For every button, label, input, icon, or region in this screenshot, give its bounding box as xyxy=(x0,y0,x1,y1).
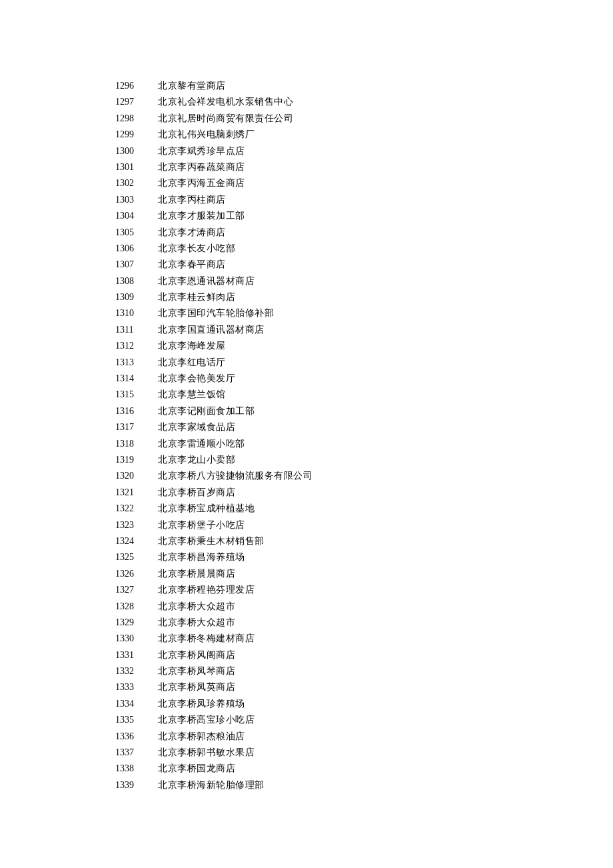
list-row: 1322北京李桥宝成种植基地 xyxy=(0,501,613,517)
row-name: 北京李桥宝成种植基地 xyxy=(158,501,255,517)
row-name: 北京李桥凤英商店 xyxy=(158,679,235,695)
row-number: 1328 xyxy=(115,599,142,615)
list-row: 1324北京李桥秉生木材销售部 xyxy=(0,533,613,549)
row-name: 北京礼伟兴电脑刺绣厂 xyxy=(158,127,255,143)
row-number: 1313 xyxy=(115,355,142,371)
list-row: 1304北京李才服装加工部 xyxy=(0,208,613,224)
row-number: 1339 xyxy=(115,777,142,793)
row-name: 北京李桥凤珍养殖场 xyxy=(158,696,245,712)
list-row: 1319北京李龙山小卖部 xyxy=(0,452,613,468)
row-number: 1309 xyxy=(115,289,142,305)
list-row: 1337北京李桥郭书敏水果店 xyxy=(0,745,613,761)
row-name: 北京李恩通讯器材商店 xyxy=(158,273,255,289)
list-row: 1339北京李桥海新轮胎修理部 xyxy=(0,777,613,793)
row-name: 北京礼居时尚商贸有限责任公司 xyxy=(158,111,293,127)
list-row: 1301北京李丙春蔬菜商店 xyxy=(0,159,613,175)
row-number: 1296 xyxy=(115,78,142,94)
row-name: 北京李才涛商店 xyxy=(158,225,226,241)
list-row: 1314北京李会艳美发厅 xyxy=(0,371,613,387)
row-name: 北京李桥郭书敏水果店 xyxy=(158,745,255,761)
list-row: 1318北京李雷通顺小吃部 xyxy=(0,436,613,452)
row-name: 北京李红电话厅 xyxy=(158,355,226,371)
row-number: 1305 xyxy=(115,225,142,241)
row-name: 北京李桥冬梅建材商店 xyxy=(158,631,255,647)
list-row: 1333北京李桥凤英商店 xyxy=(0,679,613,695)
row-name: 北京李桥大众超市 xyxy=(158,599,235,615)
list-row: 1306北京李长友小吃部 xyxy=(0,241,613,257)
row-number: 1322 xyxy=(115,501,142,517)
document-page: 1296北京黎有堂商店1297北京礼会祥发电机水泵销售中心1298北京礼居时尚商… xyxy=(0,0,613,868)
row-number: 1298 xyxy=(115,111,142,127)
list-row: 1317北京李家域食品店 xyxy=(0,419,613,435)
row-number: 1337 xyxy=(115,745,142,761)
list-row: 1308北京李恩通讯器材商店 xyxy=(0,273,613,289)
list-row: 1329北京李桥大众超市 xyxy=(0,615,613,631)
list-row: 1302北京李丙海五金商店 xyxy=(0,175,613,191)
row-number: 1336 xyxy=(115,729,142,745)
row-number: 1324 xyxy=(115,533,142,549)
list-row: 1331北京李桥风阁商店 xyxy=(0,647,613,663)
row-name: 北京李桥堡子小吃店 xyxy=(158,517,245,533)
row-number: 1310 xyxy=(115,305,142,321)
row-number: 1318 xyxy=(115,436,142,452)
row-name: 北京李桥凤琴商店 xyxy=(158,663,235,679)
row-name: 北京李桥郭杰粮油店 xyxy=(158,729,245,745)
list-row: 1321北京李桥百岁商店 xyxy=(0,485,613,501)
row-name: 北京李会艳美发厅 xyxy=(158,371,235,387)
list-row: 1309北京李桂云鲜肉店 xyxy=(0,289,613,305)
row-number: 1312 xyxy=(115,338,142,354)
row-number: 1297 xyxy=(115,94,142,110)
row-name: 北京李桂云鲜肉店 xyxy=(158,289,235,305)
row-name: 北京李海峰发屋 xyxy=(158,338,226,354)
list-row: 1296北京黎有堂商店 xyxy=(0,78,613,94)
row-name: 北京李国印汽车轮胎修补部 xyxy=(158,305,274,321)
list-row: 1332北京李桥凤琴商店 xyxy=(0,663,613,679)
row-name: 北京李桥昌海养殖场 xyxy=(158,549,245,565)
list-row: 1298北京礼居时尚商贸有限责任公司 xyxy=(0,111,613,127)
list-row: 1300北京李斌秀珍早点店 xyxy=(0,143,613,159)
list-row: 1313北京李红电话厅 xyxy=(0,355,613,371)
row-number: 1307 xyxy=(115,257,142,273)
list-row: 1336北京李桥郭杰粮油店 xyxy=(0,729,613,745)
row-number: 1314 xyxy=(115,371,142,387)
list-row: 1299北京礼伟兴电脑刺绣厂 xyxy=(0,127,613,143)
row-number: 1303 xyxy=(115,192,142,208)
row-number: 1301 xyxy=(115,159,142,175)
row-number: 1304 xyxy=(115,208,142,224)
row-number: 1335 xyxy=(115,712,142,728)
row-number: 1332 xyxy=(115,663,142,679)
list-row: 1311北京李国直通讯器材商店 xyxy=(0,322,613,338)
row-number: 1329 xyxy=(115,615,142,631)
row-number: 1338 xyxy=(115,761,142,777)
row-name: 北京礼会祥发电机水泵销售中心 xyxy=(158,94,293,110)
row-name: 北京李桥大众超市 xyxy=(158,615,235,631)
row-number: 1334 xyxy=(115,696,142,712)
row-number: 1323 xyxy=(115,517,142,533)
list-row: 1335北京李桥高宝珍小吃店 xyxy=(0,712,613,728)
list-row: 1325北京李桥昌海养殖场 xyxy=(0,549,613,565)
list-row: 1330北京李桥冬梅建材商店 xyxy=(0,631,613,647)
row-number: 1331 xyxy=(115,647,142,663)
list-row: 1297北京礼会祥发电机水泵销售中心 xyxy=(0,94,613,110)
row-number: 1325 xyxy=(115,549,142,565)
row-name: 北京李家域食品店 xyxy=(158,419,235,435)
row-number: 1299 xyxy=(115,127,142,143)
list-row: 1323北京李桥堡子小吃店 xyxy=(0,517,613,533)
row-number: 1330 xyxy=(115,631,142,647)
row-number: 1326 xyxy=(115,566,142,582)
row-name: 北京黎有堂商店 xyxy=(158,78,226,94)
row-number: 1321 xyxy=(115,485,142,501)
row-name: 北京李丙海五金商店 xyxy=(158,175,245,191)
row-name: 北京李长友小吃部 xyxy=(158,241,235,257)
list-row: 1320北京李桥八方骏捷物流服务有限公司 xyxy=(0,468,613,484)
row-number: 1319 xyxy=(115,452,142,468)
row-number: 1308 xyxy=(115,273,142,289)
row-number: 1320 xyxy=(115,468,142,484)
row-name: 北京李桥晨晨商店 xyxy=(158,566,235,582)
row-name: 北京李雷通顺小吃部 xyxy=(158,436,245,452)
row-name: 北京李桥海新轮胎修理部 xyxy=(158,777,265,793)
row-number: 1327 xyxy=(115,582,142,598)
row-name: 北京李桥秉生木材销售部 xyxy=(158,533,265,549)
row-name: 北京李桥风阁商店 xyxy=(158,647,235,663)
list-row: 1315北京李慧兰饭馆 xyxy=(0,387,613,403)
